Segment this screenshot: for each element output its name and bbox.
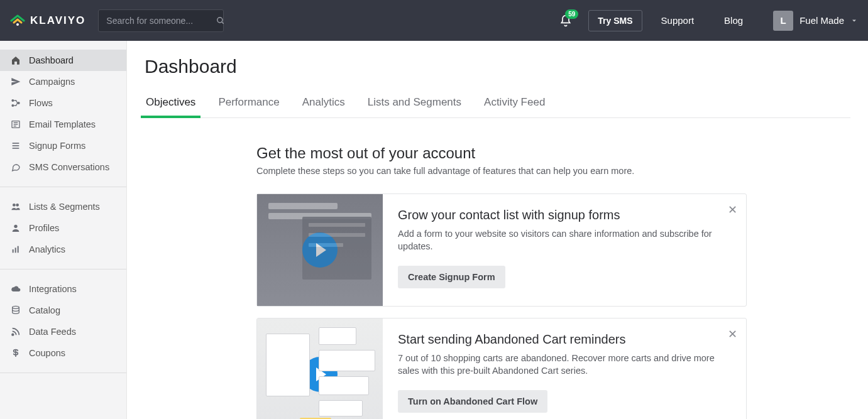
section-subtitle: Complete these steps so you can take ful…	[256, 166, 747, 176]
sidebar-item-label: Coupons	[29, 348, 65, 358]
list-icon	[10, 141, 21, 151]
cloud-icon	[10, 284, 21, 294]
home-icon	[10, 55, 21, 65]
tab-activity-feed[interactable]: Activity Feed	[483, 90, 546, 117]
svg-point-15	[14, 225, 17, 228]
tab-objectives[interactable]: Objectives	[145, 90, 197, 117]
sidebar-separator	[0, 187, 126, 187]
sidebar-item-profiles[interactable]: Profiles	[0, 217, 126, 239]
svg-line-2	[222, 21, 224, 23]
brand-text: KLAVIYO	[30, 14, 85, 27]
search-input[interactable]	[106, 16, 216, 26]
close-icon[interactable]: ✕	[728, 327, 737, 341]
card-title: Start sending Abandoned Cart reminders	[398, 332, 717, 347]
dollar-icon	[10, 348, 21, 358]
svg-point-0	[16, 23, 19, 26]
svg-point-19	[13, 306, 19, 308]
try-sms-button[interactable]: Try SMS	[588, 10, 642, 31]
sidebar-item-catalog[interactable]: Catalog	[0, 300, 126, 321]
sidebar-item-label: Dashboard	[29, 55, 74, 65]
sidebar-item-integrations[interactable]: Integrations	[0, 278, 126, 300]
sidebar-item-label: Profiles	[29, 223, 59, 233]
sidebar-item-signup-forms[interactable]: Signup Forms	[0, 135, 126, 156]
sidebar-item-coupons[interactable]: Coupons	[0, 342, 126, 364]
sidebar-item-analytics[interactable]: Analytics	[0, 239, 126, 260]
sidebar-item-label: Email Templates	[29, 119, 96, 129]
notifications-button[interactable]: 59	[559, 14, 572, 27]
card-thumbnail[interactable]	[257, 318, 383, 419]
sidebar-item-label: Campaigns	[29, 77, 75, 87]
tabs: Objectives Performance Analytics Lists a…	[145, 90, 850, 118]
sidebar-separator	[0, 269, 126, 269]
sidebar-item-label: Signup Forms	[29, 141, 85, 151]
sidebar-item-label: Analytics	[29, 244, 65, 254]
objective-card-abandoned-cart: ✕ Start sending Abandoned Cart reminders…	[256, 318, 747, 419]
svg-point-13	[13, 204, 16, 207]
sidebar-item-label: SMS Conversations	[29, 162, 109, 172]
turn-on-abandoned-cart-button[interactable]: Turn on Abandoned Cart Flow	[398, 390, 547, 413]
main-content: Dashboard Objectives Performance Analyti…	[127, 41, 868, 419]
sidebar-item-label: Catalog	[29, 305, 60, 315]
account-name: Fuel Made	[799, 15, 844, 26]
section-title: Get the most out of your account	[256, 144, 747, 162]
brand-logo[interactable]: KLAVIYO	[10, 13, 85, 28]
sidebar-item-label: Integrations	[29, 284, 77, 294]
sidebar-item-flows[interactable]: Flows	[0, 92, 126, 114]
account-menu[interactable]: L Fuel Made	[773, 11, 858, 31]
svg-rect-16	[13, 249, 14, 253]
sidebar-item-campaigns[interactable]: Campaigns	[0, 71, 126, 92]
blog-link[interactable]: Blog	[724, 15, 743, 26]
thumbnail-deco	[262, 199, 378, 301]
search-box[interactable]	[98, 9, 224, 32]
sidebar-item-email-templates[interactable]: Email Templates	[0, 114, 126, 135]
notification-count-badge: 59	[565, 9, 578, 19]
tab-performance[interactable]: Performance	[217, 90, 280, 117]
sidebar-item-data-feeds[interactable]: Data Feeds	[0, 321, 126, 342]
card-description: Add a form to your website so visitors c…	[398, 227, 717, 253]
sidebar-item-dashboard[interactable]: Dashboard	[0, 50, 126, 71]
sidebar-item-label: Flows	[29, 98, 53, 108]
rss-icon	[10, 327, 21, 337]
database-icon	[10, 305, 21, 315]
objective-card-signup-forms: ✕ Grow your contact list with signup for…	[256, 193, 747, 307]
card-title: Grow your contact list with signup forms	[398, 208, 717, 222]
svg-rect-18	[18, 246, 19, 253]
nodes-icon	[10, 98, 21, 108]
page-title: Dashboard	[145, 56, 850, 77]
close-icon[interactable]: ✕	[728, 203, 737, 217]
svg-point-4	[11, 104, 14, 107]
sidebar-item-sms-conversations[interactable]: SMS Conversations	[0, 156, 126, 178]
svg-point-14	[16, 204, 19, 207]
chat-icon	[10, 162, 21, 172]
logo-mark-icon	[10, 13, 25, 28]
sidebar-item-label: Data Feeds	[29, 327, 76, 337]
support-link[interactable]: Support	[661, 15, 695, 26]
bar-chart-icon	[10, 244, 21, 254]
chevron-down-icon	[850, 17, 858, 24]
thumbnail-deco	[262, 324, 378, 419]
sidebar-separator	[0, 373, 126, 373]
newspaper-icon	[10, 119, 21, 129]
svg-point-3	[11, 99, 14, 102]
svg-rect-17	[15, 248, 16, 253]
search-icon	[216, 16, 225, 25]
sidebar: Dashboard Campaigns Flows Email Template…	[0, 41, 127, 419]
svg-point-20	[12, 334, 14, 335]
app-header: KLAVIYO 59 Try SMS Support Blog L Fuel M…	[0, 0, 868, 41]
card-thumbnail[interactable]	[257, 194, 383, 306]
tab-lists-segments[interactable]: Lists and Segments	[366, 90, 463, 117]
users-icon	[10, 202, 21, 212]
card-description: 7 out of 10 shopping carts are abandoned…	[398, 352, 717, 378]
paper-plane-icon	[10, 77, 21, 87]
sidebar-item-label: Lists & Segments	[29, 202, 100, 212]
user-icon	[10, 223, 21, 233]
svg-point-1	[217, 17, 222, 22]
tab-analytics[interactable]: Analytics	[301, 90, 346, 117]
create-signup-form-button[interactable]: Create Signup Form	[398, 266, 505, 288]
avatar: L	[773, 11, 793, 31]
sidebar-item-lists-segments[interactable]: Lists & Segments	[0, 196, 126, 217]
